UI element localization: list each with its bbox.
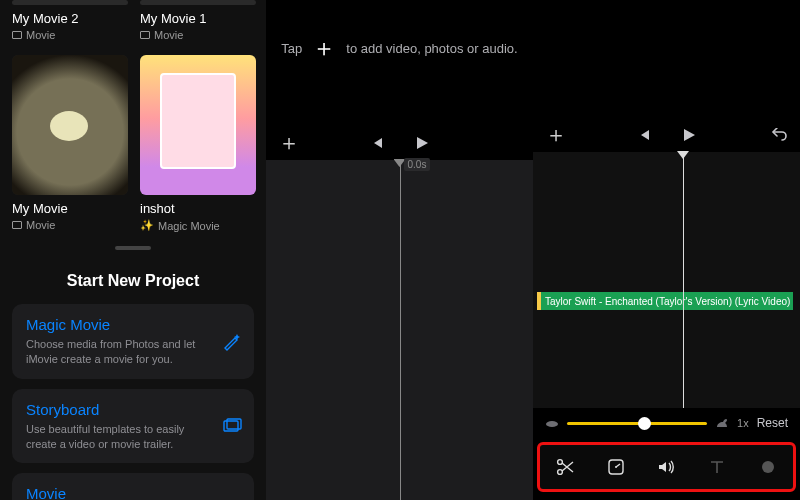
add-media-button[interactable]: ＋ xyxy=(278,128,300,158)
option-movie[interactable]: Movie Make a movie from scratch using me… xyxy=(12,473,254,500)
project-item[interactable]: My Movie 2 Movie xyxy=(12,0,128,41)
section-title: Start New Project xyxy=(0,272,266,290)
project-row-2: My Movie Movie inshot ✨Magic Movie xyxy=(0,55,266,232)
project-row-1: My Movie 2 Movie My Movie 1 Movie xyxy=(0,0,266,41)
svg-point-3 xyxy=(546,421,558,427)
speed-control: 1x Reset xyxy=(533,408,800,438)
play-button[interactable] xyxy=(681,127,697,143)
speed-slider[interactable] xyxy=(567,422,707,425)
project-thumb xyxy=(12,55,128,195)
transport-bar: ＋ xyxy=(533,120,800,150)
clip-label: Taylor Swift - Enchanted (Taylor's Versi… xyxy=(545,296,790,307)
rabbit-icon xyxy=(715,417,729,429)
turtle-icon xyxy=(545,418,559,428)
editor-clip-panel: ＋ Taylor Swift - Enchanted (Taylor's Ver… xyxy=(533,0,800,500)
option-desc: Use beautiful templates to easily create… xyxy=(26,422,210,452)
speed-icon[interactable] xyxy=(606,457,626,477)
movie-icon xyxy=(12,221,22,229)
project-type: Movie xyxy=(12,29,128,41)
hint-pre: Tap xyxy=(281,41,302,56)
project-thumb xyxy=(140,55,256,195)
option-title: Movie xyxy=(26,485,210,500)
add-media-hint: Tap ＋ to add video, photos or audio. xyxy=(266,32,533,64)
audio-clip[interactable]: Taylor Swift - Enchanted (Taylor's Versi… xyxy=(537,292,793,310)
project-type: Movie xyxy=(140,29,256,41)
time-badge: 0.0s xyxy=(404,158,431,171)
play-button[interactable] xyxy=(414,135,430,151)
project-thumb xyxy=(140,0,256,5)
movie-icon xyxy=(140,31,150,39)
speed-label: 1x xyxy=(737,417,749,429)
clip-toolbar xyxy=(537,442,796,492)
skip-back-button[interactable] xyxy=(370,136,384,150)
skip-back-button[interactable] xyxy=(637,128,651,142)
option-desc: Choose media from Photos and let iMovie … xyxy=(26,337,210,367)
project-title: My Movie 1 xyxy=(140,11,256,26)
wand-icon xyxy=(222,331,242,351)
sheet-handle[interactable] xyxy=(115,246,151,250)
reset-button[interactable]: Reset xyxy=(757,416,788,430)
background-icon[interactable] xyxy=(758,457,778,477)
speed-knob[interactable] xyxy=(638,417,651,430)
storyboard-icon xyxy=(222,416,242,436)
project-type: Movie xyxy=(12,219,128,231)
option-title: Storyboard xyxy=(26,401,210,418)
clip-trim-handle[interactable] xyxy=(537,292,541,310)
editor-empty-panel: Tap ＋ to add video, photos or audio. ＋ 0… xyxy=(266,0,533,500)
magic-movie-icon: ✨ xyxy=(140,219,154,232)
hint-post: to add video, photos or audio. xyxy=(346,41,517,56)
project-title: inshot xyxy=(140,201,256,216)
project-title: My Movie xyxy=(12,201,128,216)
project-item[interactable]: My Movie Movie xyxy=(12,55,128,232)
playhead[interactable] xyxy=(683,152,684,438)
playhead[interactable] xyxy=(400,160,401,500)
project-item[interactable]: inshot ✨Magic Movie xyxy=(140,55,256,232)
project-type: ✨Magic Movie xyxy=(140,219,256,232)
project-title: My Movie 2 xyxy=(12,11,128,26)
scissors-icon[interactable] xyxy=(555,457,575,477)
plus-icon: ＋ xyxy=(312,32,336,64)
svg-point-8 xyxy=(762,461,774,473)
add-media-button[interactable]: ＋ xyxy=(545,120,567,150)
title-icon[interactable] xyxy=(707,457,727,477)
timeline[interactable]: Taylor Swift - Enchanted (Taylor's Versi… xyxy=(533,152,800,438)
timeline[interactable] xyxy=(266,160,533,500)
volume-icon[interactable] xyxy=(656,457,676,477)
option-storyboard[interactable]: Storyboard Use beautiful templates to ea… xyxy=(12,389,254,464)
transport-bar: ＋ xyxy=(266,128,533,158)
option-title: Magic Movie xyxy=(26,316,210,333)
movie-icon xyxy=(12,31,22,39)
option-magic-movie[interactable]: Magic Movie Choose media from Photos and… xyxy=(12,304,254,379)
svg-point-5 xyxy=(558,460,563,465)
project-item[interactable]: My Movie 1 Movie xyxy=(140,0,256,41)
svg-point-4 xyxy=(558,470,563,475)
project-thumb xyxy=(12,0,128,5)
undo-button[interactable] xyxy=(770,128,788,142)
projects-panel: My Movie 2 Movie My Movie 1 Movie My Mov… xyxy=(0,0,266,500)
svg-point-7 xyxy=(615,466,617,468)
